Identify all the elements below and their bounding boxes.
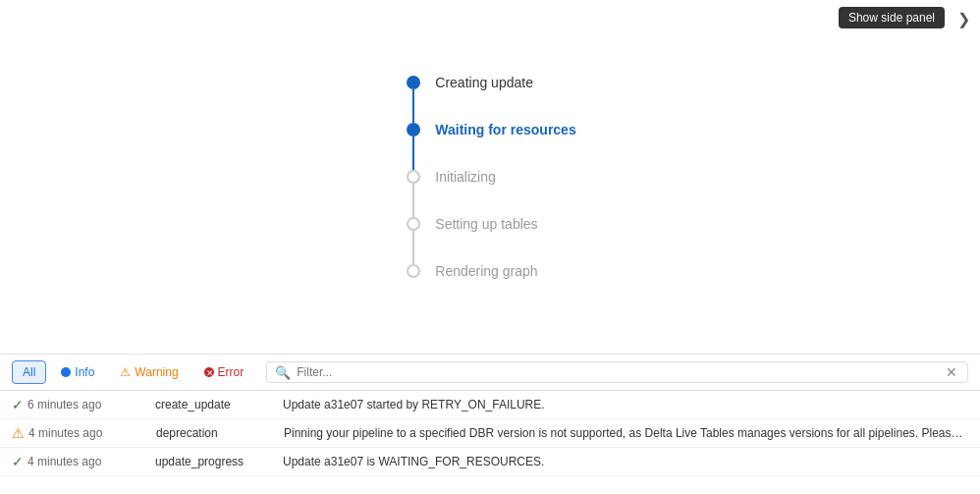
log-time: 6 minutes ago xyxy=(27,398,155,412)
step-label-setting_up_tables: Setting up tables xyxy=(423,217,537,231)
step-dot-waiting_for_resources xyxy=(407,123,420,137)
log-type: update_progress xyxy=(155,455,283,468)
filter-all-button[interactable]: All xyxy=(12,360,46,384)
log-message: Pinning your pipeline to a specified DBR… xyxy=(284,426,968,440)
log-row: ✓6 minutes agocreate_updateUpdate a31e07… xyxy=(0,391,980,419)
log-type: create_update xyxy=(155,398,283,412)
step-connector-0 xyxy=(412,89,414,123)
search-icon: 🔍 xyxy=(275,365,291,380)
search-area: 🔍 ✕ xyxy=(266,361,968,383)
log-row: ⚠4 minutes agodeprecationPinning your pi… xyxy=(0,419,980,448)
step-dot-initializing xyxy=(407,170,420,184)
log-table: ✓6 minutes agocreate_updateUpdate a31e07… xyxy=(0,391,980,494)
filter-error-button[interactable]: ✕ Error xyxy=(193,360,255,384)
info-icon xyxy=(61,367,71,377)
filter-warning-button[interactable]: ⚠ Warning xyxy=(109,360,189,384)
search-input[interactable] xyxy=(297,365,938,379)
collapse-panel-button[interactable]: ❯ xyxy=(957,10,970,28)
warning-icon: ⚠ xyxy=(120,365,131,379)
log-area: All Info ⚠ Warning ✕ Error 🔍 ✕ ✓6 minute… xyxy=(0,354,980,494)
step-dot-setting_up_tables xyxy=(407,217,420,231)
step-dot-creating_update xyxy=(407,76,420,89)
warning-log-icon: ⚠ xyxy=(12,425,25,441)
pipeline-area: Creating updateWaiting for resourcesInit… xyxy=(0,0,980,354)
log-toolbar: All Info ⚠ Warning ✕ Error 🔍 ✕ xyxy=(0,355,980,391)
step-connector-2 xyxy=(412,184,414,217)
filter-info-button[interactable]: Info xyxy=(50,360,105,384)
success-log-icon: ✓ xyxy=(12,454,24,469)
log-row: ✓4 minutes agoupdate_progressUpdate a31e… xyxy=(0,448,980,476)
log-type: deprecation xyxy=(156,426,284,440)
log-message: Update a31e07 started by RETRY_ON_FAILUR… xyxy=(283,398,968,412)
step-label-waiting_for_resources: Waiting for resources xyxy=(423,123,575,137)
step-dot-rendering_graph xyxy=(407,264,420,278)
step-label-creating_update: Creating update xyxy=(423,76,533,89)
step-label-initializing: Initializing xyxy=(423,170,495,184)
clear-search-button[interactable]: ✕ xyxy=(944,364,959,380)
step-connector-1 xyxy=(412,137,414,170)
error-icon: ✕ xyxy=(204,367,214,377)
success-log-icon: ✓ xyxy=(12,397,24,412)
log-time: 4 minutes ago xyxy=(27,455,155,468)
show-side-panel-button[interactable]: Show side panel xyxy=(839,7,945,28)
step-label-rendering_graph: Rendering graph xyxy=(423,264,537,278)
step-connector-3 xyxy=(412,231,414,264)
steps-container: Creating updateWaiting for resourcesInit… xyxy=(404,76,575,278)
log-time: 4 minutes ago xyxy=(28,426,156,440)
log-message: Update a31e07 is WAITING_FOR_RESOURCES. xyxy=(283,455,968,468)
